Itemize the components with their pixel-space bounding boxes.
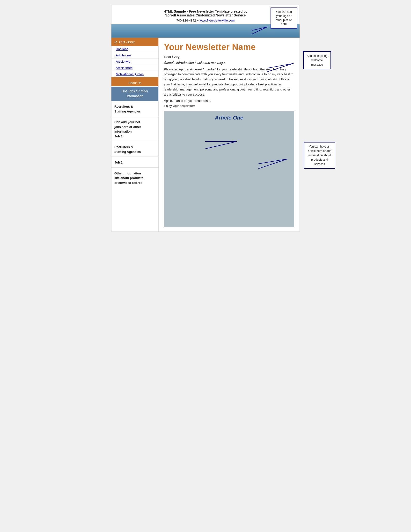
sidebar-section-recruiters-1: Recruiters & Staffing Agencies (112, 101, 158, 116)
sidebar-job2: Job 2 (114, 161, 122, 164)
main-content: Your Newsletter Name Dear Gary, Sample i… (159, 38, 299, 231)
body-text-start: Please accept my sincerest (164, 67, 203, 71)
logo-arrow-icon (252, 26, 271, 35)
sidebar-recruiters-1-line1: Recruiters & (114, 105, 133, 108)
svg-line-2 (205, 142, 237, 149)
sidebar-recruiters-2-line2: Staffing Agencies (114, 150, 141, 154)
sidebar-other-line3: or services offered (114, 181, 142, 185)
sidebar-in-this-issue: In This Issue (112, 38, 158, 46)
header-title-line2: Sorrell Associates Customized Newsletter… (116, 13, 295, 17)
sidebar-section-jobs-info: Can add your hot jobs here or other info… (112, 116, 158, 141)
header-phone: 740-824-4842 ~ (177, 19, 200, 22)
main-layout: In This Issue Hot Jobs Article one Artic… (112, 38, 299, 231)
enjoy-text: Enjoy your newsletter! (164, 104, 294, 108)
sidebar-nav-article-three[interactable]: Article three (112, 65, 158, 71)
sidebar-hot-jobs: Hot Jobs Or other information (112, 87, 158, 101)
welcome-arrow-icon (267, 61, 298, 73)
header-contact: 740-824-4842 ~ www.NewsletterVille.com (116, 19, 295, 22)
header: HTML Sample - Free Newsletter Template c… (112, 5, 299, 24)
sidebar-jobs-line4: Job 1 (114, 134, 122, 138)
svg-line-6 (258, 159, 288, 169)
dear-gary: Dear Gary, (164, 55, 294, 59)
sidebar-other-line1: Other information (114, 171, 141, 175)
sidebar-section-other-info: Other information like about products or… (112, 168, 158, 188)
header-website-link[interactable]: www.NewsletterVille.com (199, 19, 234, 22)
svg-line-7 (258, 159, 288, 164)
sidebar-nav-article-one[interactable]: Article one (112, 52, 158, 58)
svg-line-1 (252, 27, 267, 30)
logo-callout: You can add your logo or other picture h… (271, 8, 297, 28)
sidebar: In This Issue Hot Jobs Article one Artic… (112, 38, 159, 231)
sidebar-recruiters-1-line2: Staffing Agencies (114, 110, 141, 113)
sidebar-nav-hot-jobs[interactable]: Hot Jobs (112, 46, 158, 52)
article-callout-text: You can have an article here or add info… (308, 145, 331, 166)
logo-callout-text: You can add your logo or other picture h… (276, 10, 292, 26)
header-title-line1: HTML Sample - Free Newsletter Template c… (116, 10, 295, 13)
article-one-title: Article One (164, 111, 294, 124)
sidebar-nav-article-two[interactable]: Article two (112, 58, 158, 65)
article-callout: You can have an article here or add info… (304, 142, 335, 169)
page-wrapper: HTML Sample - Free Newsletter Template c… (111, 5, 300, 232)
sidebar-nav: Hot Jobs Article one Article two Article… (112, 46, 158, 80)
article-one-body (164, 124, 294, 225)
article-arrow-icon (198, 135, 246, 155)
thanks-text: Again, thanks for your readership. (164, 99, 294, 103)
sidebar-section-recruiters-2: Recruiters & Staffing Agencies (112, 141, 158, 157)
article-callout-arrow-icon (258, 157, 295, 171)
sidebar-other-line2: like about products (114, 176, 143, 180)
sidebar-about: About Us (112, 80, 158, 86)
sidebar-jobs-line3: information (114, 130, 132, 133)
welcome-callout: Add an inspiring welcome message (303, 51, 331, 69)
sidebar-recruiters-2-line1: Recruiters & (114, 145, 133, 149)
newsletter-name: Your Newsletter Name (164, 42, 294, 52)
sidebar-section-job2: Job 2 (112, 157, 158, 168)
sidebar-nav-motivational-quotes[interactable]: Motivational Quotes (112, 71, 158, 77)
body-text-bold: "thanks" (203, 67, 216, 71)
sidebar-jobs-line1: Can add your hot (114, 120, 140, 124)
svg-line-0 (252, 27, 267, 34)
welcome-callout-text: Add an inspiring welcome message (307, 54, 327, 66)
sidebar-jobs-line2: jobs here or other (114, 125, 141, 129)
